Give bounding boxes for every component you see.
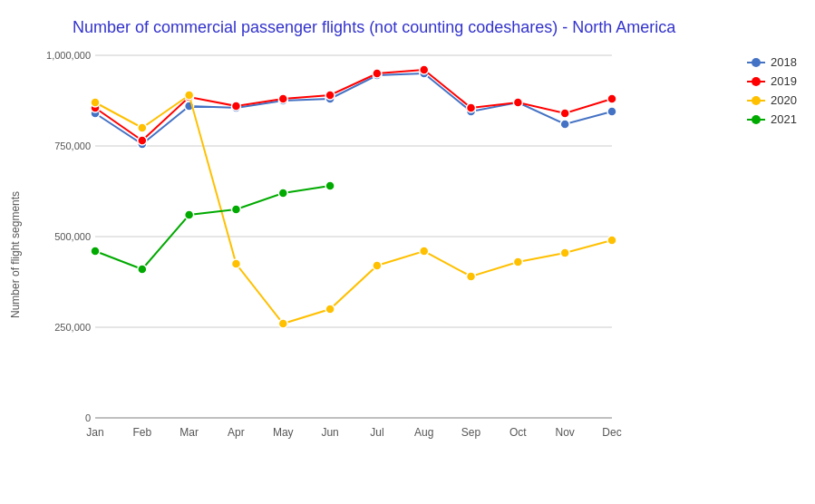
- svg-point-36: [138, 136, 147, 145]
- svg-point-59: [91, 247, 100, 256]
- svg-point-34: [607, 107, 616, 116]
- svg-text:250,000: 250,000: [54, 322, 91, 333]
- svg-point-64: [325, 181, 335, 190]
- svg-text:0: 0: [85, 412, 91, 423]
- svg-point-58: [607, 236, 616, 245]
- svg-text:500,000: 500,000: [54, 231, 91, 242]
- svg-point-45: [560, 109, 569, 118]
- svg-text:Mar: Mar: [179, 426, 199, 439]
- legend-label-2021: 2021: [771, 112, 797, 126]
- svg-point-63: [278, 189, 287, 198]
- svg-point-56: [513, 257, 522, 267]
- svg-text:Dec: Dec: [602, 426, 621, 439]
- svg-point-62: [231, 205, 240, 214]
- svg-text:Jan: Jan: [86, 426, 103, 439]
- svg-point-47: [91, 98, 100, 107]
- svg-point-46: [607, 94, 616, 103]
- legend: 2018 2019 2020 2021: [747, 55, 797, 126]
- y-axis-label: Number of flight segments: [9, 96, 27, 413]
- svg-text:Feb: Feb: [132, 426, 151, 439]
- svg-point-33: [560, 120, 569, 129]
- svg-point-38: [231, 102, 240, 111]
- svg-text:Nov: Nov: [556, 426, 575, 439]
- svg-point-54: [420, 247, 429, 256]
- svg-point-43: [467, 103, 476, 112]
- svg-point-60: [138, 265, 147, 274]
- chart-area: Number of flight segments 0250,000500,00…: [9, 46, 806, 463]
- chart-container: Number of commercial passenger flights (…: [0, 0, 815, 504]
- svg-point-42: [420, 65, 429, 74]
- legend-label-2019: 2019: [771, 74, 797, 88]
- legend-item-2018: 2018: [747, 55, 797, 69]
- svg-point-49: [185, 91, 194, 100]
- svg-text:Aug: Aug: [414, 426, 433, 439]
- svg-point-40: [325, 91, 335, 100]
- svg-text:1,000,000: 1,000,000: [46, 50, 91, 61]
- svg-text:May: May: [273, 426, 294, 439]
- svg-point-53: [373, 261, 382, 270]
- main-chart: 0250,000500,000750,0001,000,000JanFebMar…: [32, 46, 721, 463]
- legend-label-2020: 2020: [771, 93, 797, 107]
- svg-point-57: [560, 248, 569, 257]
- svg-text:Jul: Jul: [370, 426, 383, 439]
- svg-point-51: [278, 319, 287, 328]
- legend-label-2018: 2018: [771, 55, 797, 69]
- svg-point-55: [467, 272, 476, 281]
- svg-point-61: [185, 210, 194, 219]
- svg-point-50: [231, 259, 240, 268]
- svg-text:Jun: Jun: [321, 426, 338, 439]
- svg-point-39: [278, 94, 287, 103]
- svg-point-52: [325, 305, 335, 314]
- svg-text:Apr: Apr: [228, 426, 245, 439]
- legend-item-2019: 2019: [747, 74, 797, 88]
- svg-point-44: [513, 98, 522, 107]
- legend-item-2020: 2020: [747, 93, 797, 107]
- svg-text:Sep: Sep: [461, 426, 481, 439]
- svg-point-41: [373, 69, 382, 78]
- svg-text:Oct: Oct: [509, 426, 527, 439]
- chart-title: Number of commercial passenger flights (…: [73, 18, 806, 37]
- legend-item-2021: 2021: [747, 112, 797, 126]
- svg-point-48: [138, 123, 147, 132]
- svg-text:750,000: 750,000: [54, 141, 91, 151]
- chart-inner: 0250,000500,000750,0001,000,000JanFebMar…: [32, 46, 806, 463]
